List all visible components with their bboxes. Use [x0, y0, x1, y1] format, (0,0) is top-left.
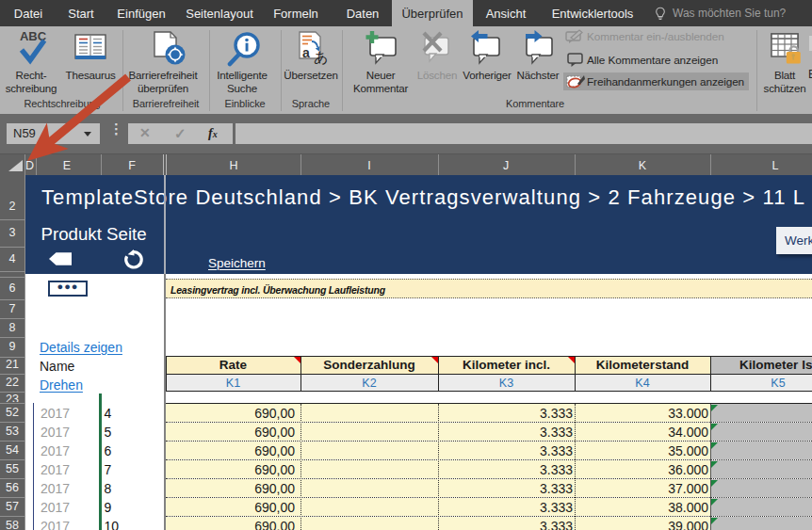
svg-text:TemplateStore Deutschland > BK: TemplateStore Deutschland > BK Vertragsv… — [41, 185, 804, 209]
svg-text:Produkt Seite: Produkt Seite — [41, 224, 147, 244]
